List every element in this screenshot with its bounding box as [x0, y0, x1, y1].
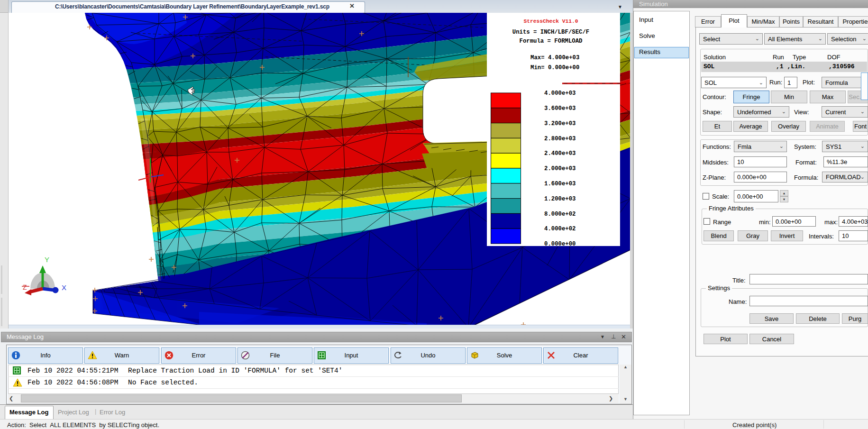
svg-text:3.600e+03: 3.600e+03	[544, 105, 576, 112]
svg-text:1.200e+03: 1.200e+03	[544, 196, 576, 202]
svg-text:Units = INCH/LBF/SEC/F: Units = INCH/LBF/SEC/F	[512, 29, 589, 36]
svg-text:Z: Z	[23, 283, 27, 291]
svg-text:8.000e+02: 8.000e+02	[544, 211, 576, 218]
svg-text:2.400e+03: 2.400e+03	[544, 150, 576, 157]
svg-text:Y: Y	[45, 256, 49, 264]
svg-text:Max= 4.000e+03: Max= 4.000e+03	[530, 55, 579, 61]
svg-text:2.000e+03: 2.000e+03	[544, 165, 576, 172]
svg-text:Min= 0.000e+00: Min= 0.000e+00	[530, 64, 579, 71]
svg-text:2.800e+03: 2.800e+03	[544, 136, 576, 142]
svg-text:StressCheck V11.0: StressCheck V11.0	[523, 18, 578, 24]
svg-text:Formula = FORMLOAD: Formula = FORMLOAD	[520, 38, 583, 45]
svg-text:1.600e+03: 1.600e+03	[544, 181, 576, 187]
svg-text:4.000e+03: 4.000e+03	[544, 90, 576, 97]
svg-text:4.000e+02: 4.000e+02	[544, 226, 576, 232]
svg-text:X: X	[62, 283, 66, 292]
svg-text:0.000e+00: 0.000e+00	[544, 241, 576, 247]
svg-text:3.200e+03: 3.200e+03	[544, 120, 576, 127]
